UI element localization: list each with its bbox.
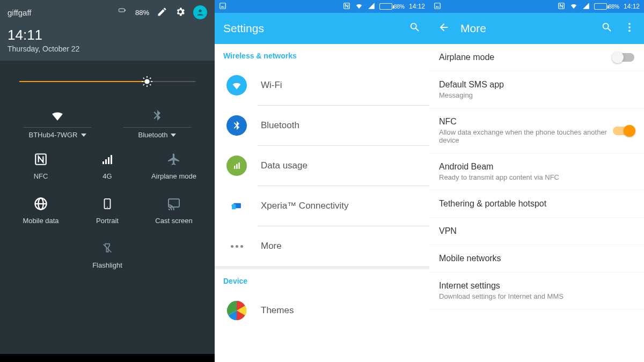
cast-icon	[141, 195, 207, 212]
status-bar: 88% 14:12	[215, 0, 429, 13]
row-subtitle: Allow data exchange when the phone touch…	[439, 128, 608, 144]
settings-panel: 88% 14:12 Settings Wireless & networks W…	[215, 0, 429, 362]
wifi-icon	[226, 75, 247, 95]
signal-icon	[582, 2, 590, 11]
row-label: Themes	[261, 305, 294, 316]
page-title: More	[460, 22, 590, 35]
svg-line-8	[143, 78, 144, 79]
qs-tile-cast[interactable]: Cast screen	[141, 195, 207, 225]
svg-rect-26	[234, 166, 236, 169]
row-title: Mobile networks	[439, 254, 629, 263]
quick-settings-panel: giffgaff 88% 14:11 Thursday, October 22	[0, 0, 215, 362]
battery-text: 88%	[135, 9, 149, 17]
svg-point-34	[628, 23, 631, 25]
qs-tile-mobiledata[interactable]: Mobile data	[8, 195, 74, 225]
svg-rect-27	[236, 164, 238, 169]
edit-icon[interactable]	[157, 6, 167, 19]
nfc-icon	[8, 151, 74, 168]
back-icon[interactable]	[438, 21, 450, 35]
clock-date[interactable]: Thursday, October 22	[8, 45, 207, 53]
more-row-beam[interactable]: Android BeamReady to transmit app conten…	[429, 153, 644, 190]
carrier-label: giffgaff	[8, 8, 32, 17]
svg-rect-28	[238, 162, 240, 169]
battery-icon	[117, 8, 128, 17]
svg-rect-22	[169, 199, 179, 207]
settings-row-more[interactable]: More	[215, 226, 429, 266]
svg-rect-14	[105, 159, 107, 164]
screenshot-icon	[434, 2, 441, 11]
more-panel: 88% 14:12 More Airplane mode Default SMS…	[429, 0, 644, 362]
qs-tile-signal[interactable]: 4G	[74, 151, 141, 180]
qs-tile-bluetooth-label: Bluetooth	[138, 131, 168, 139]
tile-label: Flashlight	[92, 261, 122, 269]
section-device: Device	[215, 269, 429, 291]
row-title: Internet settings	[439, 281, 629, 291]
more-row-internet-settings[interactable]: Internet settingsDownload settings for I…	[429, 272, 644, 309]
settings-row-bluetooth[interactable]: Bluetooth	[215, 106, 429, 145]
airplane-switch[interactable]	[613, 53, 634, 62]
row-subtitle: Ready to transmit app content via NFC	[439, 173, 629, 181]
svg-point-35	[628, 26, 631, 28]
flashlight-icon	[74, 240, 141, 257]
qs-tile-bluetooth[interactable]: Bluetooth	[107, 105, 207, 146]
app-bar: More	[429, 13, 644, 44]
qs-header: giffgaff 88% 14:11 Thursday, October 22	[0, 0, 215, 61]
wifi-icon	[8, 108, 107, 123]
data-usage-icon	[226, 156, 247, 176]
settings-row-datausage[interactable]: Data usage	[215, 146, 429, 186]
nfc-icon	[343, 2, 350, 11]
qs-tile-flashlight[interactable]: Flashlight	[74, 240, 141, 269]
row-subtitle: Messaging	[439, 91, 629, 99]
chevron-down-icon[interactable]	[171, 134, 176, 137]
qs-tile-airplane[interactable]: Airplane mode	[141, 151, 207, 180]
row-label: Xperia™ Connectivity	[261, 201, 348, 211]
settings-row-themes[interactable]: Themes	[215, 291, 429, 330]
row-title: Airplane mode	[439, 53, 608, 62]
search-icon[interactable]	[409, 21, 421, 35]
more-row-nfc[interactable]: NFCAllow data exchange when the phone to…	[429, 108, 644, 153]
nfc-icon	[558, 2, 565, 11]
wifi-icon	[355, 2, 363, 11]
svg-line-10	[143, 84, 144, 85]
globe-icon	[8, 195, 74, 212]
tile-label: Portrait	[96, 217, 119, 225]
chevron-down-icon[interactable]	[81, 134, 86, 137]
more-row-tether[interactable]: Tethering & portable hotspot	[429, 190, 644, 218]
row-title: Default SMS app	[439, 80, 629, 90]
settings-row-xperia[interactable]: Xperia™ Connectivity	[215, 186, 429, 226]
svg-rect-32	[435, 3, 441, 9]
svg-rect-30	[232, 204, 236, 209]
more-row-airplane[interactable]: Airplane mode	[429, 44, 644, 71]
wifi-icon	[569, 2, 578, 11]
svg-point-3	[144, 79, 149, 84]
signal-icon	[74, 151, 141, 168]
avatar-icon[interactable]	[193, 5, 207, 19]
qs-tile-wifi[interactable]: BTHub4-7WGR	[8, 105, 107, 146]
status-time: 14:12	[624, 3, 640, 10]
nfc-switch[interactable]	[613, 127, 634, 135]
gear-icon[interactable]	[175, 6, 186, 19]
brightness-slider[interactable]	[8, 73, 207, 90]
more-row-sms[interactable]: Default SMS appMessaging	[429, 71, 644, 108]
app-bar: Settings	[215, 13, 429, 44]
tile-label: Cast screen	[155, 217, 192, 225]
svg-rect-13	[103, 161, 104, 164]
clock-time[interactable]: 14:11	[8, 27, 207, 43]
page-title: Settings	[223, 22, 398, 35]
airplane-icon	[141, 151, 207, 168]
tile-label: Mobile data	[23, 217, 58, 225]
more-row-vpn[interactable]: VPN	[429, 218, 644, 245]
svg-rect-15	[108, 157, 109, 164]
svg-rect-24	[220, 3, 226, 9]
settings-row-wifi[interactable]: Wi-Fi	[215, 65, 429, 105]
more-row-mobile-networks[interactable]: Mobile networks	[429, 245, 644, 272]
battery-icon: 88%	[594, 3, 619, 10]
brightness-thumb-icon[interactable]	[141, 76, 153, 87]
qs-tile-nfc[interactable]: NFC	[8, 151, 74, 180]
search-icon[interactable]	[601, 21, 613, 35]
overflow-icon[interactable]	[624, 21, 635, 35]
qs-tile-rotation[interactable]: Portrait	[74, 195, 141, 225]
row-label: Bluetooth	[261, 120, 299, 131]
svg-point-36	[628, 30, 631, 32]
row-label: Wi-Fi	[261, 80, 282, 91]
